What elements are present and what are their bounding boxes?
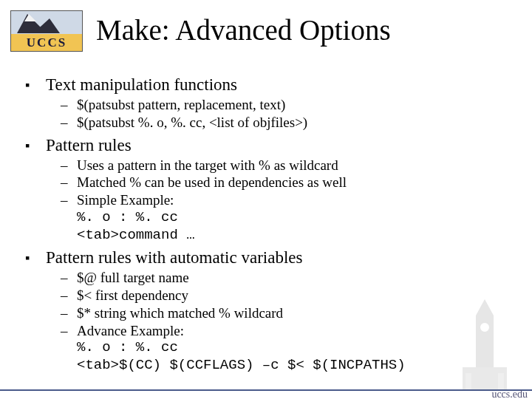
item-text: $* string which matched % wildcard bbox=[77, 304, 517, 322]
dash-bullet-icon: – bbox=[61, 269, 77, 287]
code-line: <tab>command … bbox=[77, 227, 517, 245]
svg-rect-4 bbox=[466, 373, 471, 389]
square-bullet-icon: ▪ bbox=[25, 248, 46, 267]
dash-bullet-icon: – bbox=[61, 322, 77, 340]
item-text: $@ full target name bbox=[77, 269, 517, 287]
section-heading: ▪ Pattern rules with automatic variables bbox=[25, 248, 517, 267]
dash-bullet-icon: – bbox=[61, 174, 77, 191]
uccs-logo: UCCS bbox=[10, 10, 83, 52]
dash-bullet-icon: – bbox=[61, 157, 77, 174]
item-text: $< first dependency bbox=[77, 287, 517, 304]
slide: UCCS Make: Advanced Options ▪ Text manip… bbox=[0, 0, 532, 399]
logo-text: UCCS bbox=[11, 35, 82, 50]
square-bullet-icon: ▪ bbox=[25, 75, 46, 95]
dash-bullet-icon: – bbox=[61, 191, 77, 209]
item-text: $(patsubst pattern, replacement, text) bbox=[77, 96, 517, 114]
code-line: %. o : %. cc bbox=[77, 339, 517, 357]
snowcap-icon bbox=[24, 14, 36, 21]
code-line: %. o : %. cc bbox=[77, 209, 517, 227]
list-item: – $< first dependency bbox=[61, 287, 517, 304]
heading-text: Pattern rules with automatic variables bbox=[46, 248, 302, 267]
item-text: Matched % can be used in dependencies as… bbox=[77, 174, 517, 191]
square-bullet-icon: ▪ bbox=[25, 136, 46, 155]
list-item: – $(patsubst %. o, %. cc, <list of objfi… bbox=[61, 114, 517, 132]
list-item: – Uses a pattern in the target with % as… bbox=[61, 157, 517, 174]
slide-body: ▪ Text manipulation functions – $(patsub… bbox=[25, 71, 517, 375]
item-text: Uses a pattern in the target with % as w… bbox=[77, 157, 517, 174]
page-title: Make: Advanced Options bbox=[96, 13, 517, 47]
dash-bullet-icon: – bbox=[61, 304, 77, 322]
list-item: – $* string which matched % wildcard bbox=[61, 304, 517, 322]
item-text: Advance Example: bbox=[77, 322, 517, 340]
svg-rect-5 bbox=[498, 373, 504, 389]
item-text: $(patsubst %. o, %. cc, <list of objfile… bbox=[77, 114, 517, 132]
section-heading: ▪ Text manipulation functions bbox=[25, 75, 517, 95]
list-item: – Simple Example: bbox=[61, 191, 517, 209]
list-item: – $(patsubst pattern, replacement, text) bbox=[61, 96, 517, 114]
list-item: – $@ full target name bbox=[61, 269, 517, 287]
footer-url: uccs.edu bbox=[491, 389, 528, 399]
mountain-icon bbox=[33, 18, 60, 33]
heading-text: Pattern rules bbox=[46, 136, 132, 155]
section-heading: ▪ Pattern rules bbox=[25, 136, 517, 155]
footer-divider bbox=[0, 389, 532, 391]
list-item: – Matched % can be used in dependencies … bbox=[61, 174, 517, 191]
dash-bullet-icon: – bbox=[61, 96, 77, 114]
dash-bullet-icon: – bbox=[61, 287, 77, 304]
code-line: <tab>$(CC) $(CCFLAGS) –c $< $(INCPATHS) bbox=[77, 357, 517, 375]
dash-bullet-icon: – bbox=[61, 114, 77, 132]
list-item: – Advance Example: bbox=[61, 322, 517, 340]
item-text: Simple Example: bbox=[77, 191, 517, 209]
heading-text: Text manipulation functions bbox=[46, 75, 237, 95]
